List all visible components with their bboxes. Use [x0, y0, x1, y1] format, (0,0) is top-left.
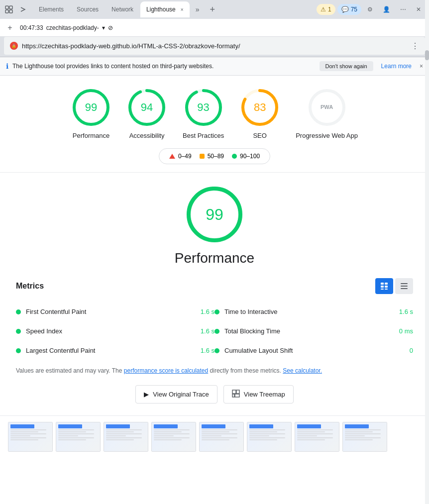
error-badge[interactable]: 💬 75	[337, 4, 361, 15]
cls-value: 0	[389, 347, 413, 354]
tab-elements[interactable]: Elements	[33, 1, 70, 17]
best-practices-label: Best Practices	[183, 131, 224, 140]
score-accessibility: 94 Accessibility	[127, 88, 167, 140]
warning-count: 1	[328, 6, 331, 13]
score-seo: 83 SEO	[240, 88, 280, 140]
legend-low-range: 0–49	[178, 153, 192, 160]
trace-label: View Original Trace	[153, 391, 209, 398]
tab-network[interactable]: Network	[106, 1, 139, 17]
legend-mid: 50–89	[200, 153, 224, 160]
metrics-note: Values are estimated and may vary. The p…	[16, 366, 413, 375]
score-pwa: PWA Progressive Web App	[296, 88, 358, 140]
legend-low-icon	[169, 154, 175, 159]
treemap-label: View Treemap	[244, 391, 285, 398]
metric-fcp: First Contentful Paint 1.6 s	[16, 302, 214, 321]
thumbnail-4	[151, 422, 196, 452]
view-original-trace-button[interactable]: ▶ View Original Trace	[135, 385, 217, 403]
metrics-note-mid: directly from these metrics.	[210, 367, 281, 374]
metrics-note-text: Values are estimated and may vary. The	[16, 367, 122, 374]
metric-tbt: Total Blocking Time 0 ms	[214, 321, 413, 341]
seo-score: 83	[254, 101, 266, 114]
accessibility-score: 94	[141, 101, 153, 114]
close-button[interactable]: ✕	[412, 4, 425, 15]
domain-display: czechitas-podklady-	[46, 24, 99, 31]
legend-low: 0–49	[169, 153, 192, 160]
view-treemap-button[interactable]: View Treemap	[223, 385, 294, 403]
trace-icon: ▶	[144, 391, 149, 398]
tti-dot	[214, 309, 219, 314]
svg-rect-3	[9, 10, 12, 13]
cls-dot	[214, 348, 219, 353]
svg-rect-26	[232, 394, 234, 397]
notification-bar: ℹ The Lighthouse tool provides links to …	[0, 57, 429, 76]
svg-rect-18	[385, 286, 388, 288]
fcp-dot	[16, 309, 21, 314]
thumbnail-7	[295, 422, 339, 452]
new-tab-button[interactable]: +	[206, 2, 219, 16]
treemap-icon	[232, 390, 240, 399]
info-icon: ℹ	[6, 62, 8, 70]
cancel-icon[interactable]: ⊘	[108, 24, 113, 31]
thumbnail-6	[247, 422, 292, 452]
scrollbar-thumb[interactable]	[425, 50, 429, 60]
scores-section: 99 Performance 94 Accessibility	[0, 76, 429, 173]
performance-score: 99	[85, 101, 97, 114]
tab-sources[interactable]: Sources	[71, 1, 105, 17]
tab-more-button[interactable]: »	[191, 2, 205, 16]
tab-close-icon[interactable]: ×	[181, 7, 184, 12]
metrics-title: Metrics	[16, 282, 44, 291]
svg-rect-21	[401, 283, 408, 284]
perf-score-circle: 99	[185, 185, 244, 244]
see-calculator-link[interactable]: See calculator.	[283, 367, 322, 374]
pwa-label-inner: PWA	[321, 104, 333, 110]
learn-more-link[interactable]: Learn more	[381, 63, 412, 70]
performance-label: Performance	[73, 131, 109, 140]
legend-high: 90–100	[232, 153, 260, 160]
thumbnail-3	[104, 422, 148, 452]
back-button	[4, 4, 14, 14]
warning-badge[interactable]: ⚠ 1	[317, 4, 335, 15]
forward-button	[18, 4, 28, 14]
tab-lighthouse[interactable]: Lighthouse ×	[140, 1, 190, 17]
time-display: 00:47:33	[20, 24, 43, 31]
notification-text: The Lighthouse tool provides links to co…	[12, 63, 316, 70]
tbt-name: Total Blocking Time	[224, 327, 384, 335]
perf-score-number: 99	[206, 205, 223, 224]
action-buttons: ▶ View Original Trace View Treemap	[135, 385, 293, 403]
best-practices-circle: 93	[184, 88, 223, 127]
thumbnail-5	[199, 422, 244, 452]
metric-lcp: Largest Contentful Paint 1.6 s	[16, 341, 214, 360]
pwa-circle: PWA	[307, 88, 347, 127]
scrollbar[interactable]	[425, 0, 429, 458]
svg-rect-2	[5, 10, 8, 13]
metrics-grid: First Contentful Paint 1.6 s Speed Index…	[16, 302, 413, 360]
menu-button[interactable]: ⋯	[396, 4, 410, 15]
tbt-dot	[214, 329, 219, 334]
svg-rect-19	[381, 289, 384, 290]
svg-rect-17	[381, 286, 384, 288]
dont-show-again-button[interactable]: Don't show again	[320, 61, 373, 71]
notification-close-icon[interactable]: ×	[420, 63, 423, 70]
view-list-button[interactable]	[395, 278, 413, 294]
dropdown-icon[interactable]: ▾	[102, 24, 105, 31]
score-best-practices: 93 Best Practices	[183, 88, 224, 140]
thumbnail-8	[342, 422, 387, 452]
thumbnail-2	[56, 422, 101, 452]
legend-mid-icon	[200, 154, 205, 159]
settings-button[interactable]: ⚙	[363, 4, 377, 15]
best-practices-score: 93	[197, 101, 209, 114]
url-text: https://czechitas-podklady-web.github.io…	[22, 42, 407, 50]
tti-value: 1.6 s	[389, 308, 413, 315]
user-button[interactable]: 👤	[379, 4, 394, 15]
lcp-value: 1.6 s	[191, 347, 214, 354]
url-menu-icon[interactable]: ⋮	[411, 41, 419, 51]
perf-score-link[interactable]: performance score is calculated	[124, 367, 208, 374]
svg-rect-20	[385, 289, 388, 290]
fcp-name: First Contentful Paint	[26, 308, 186, 315]
svg-rect-25	[236, 390, 239, 394]
view-grid-button[interactable]	[375, 278, 393, 294]
scores-row: 99 Performance 94 Accessibility	[71, 88, 358, 140]
pwa-label: Progressive Web App	[296, 131, 358, 140]
new-panel-button[interactable]: +	[4, 22, 16, 34]
score-performance: 99 Performance	[71, 88, 111, 140]
